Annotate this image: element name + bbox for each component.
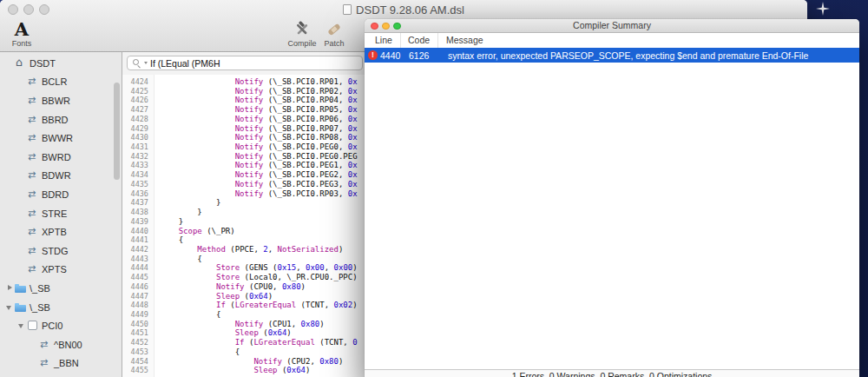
sidebar-item-bclr[interactable]: BCLR bbox=[0, 73, 122, 92]
sidebar-item-dsdt[interactable]: DSDT bbox=[0, 54, 122, 73]
code-text: Notify (\_SB.PCI0.PEG0.PEG bbox=[154, 152, 358, 162]
disclosure-spacer bbox=[17, 153, 26, 162]
disclosure-triangle[interactable] bbox=[5, 284, 14, 293]
sidebar-item-label: \_SB bbox=[30, 302, 50, 313]
line-number: 4434 bbox=[122, 170, 154, 180]
sidebar-scrollbar[interactable] bbox=[114, 83, 120, 180]
compiler-title-text: Compiler Summary bbox=[573, 20, 651, 30]
compiler-status-text: 1 Errors, 0 Warnings, 0 Remarks, 0 Optim… bbox=[512, 371, 713, 377]
method-icon bbox=[27, 170, 40, 181]
line-number: 4443 bbox=[122, 255, 154, 264]
patch-button[interactable]: Patch bbox=[318, 20, 351, 48]
error-list: !44406126syntax error, unexpected PARSEO… bbox=[365, 48, 859, 370]
line-number: 4424 bbox=[122, 77, 154, 87]
disclosure-spacer bbox=[17, 171, 26, 180]
disclosure-triangle[interactable] bbox=[17, 321, 26, 330]
window-title-text: DSDT 9.28.06 AM.dsl bbox=[356, 3, 464, 17]
compile-button-label: Compile bbox=[283, 39, 321, 48]
sidebar-item-label: XPTS bbox=[42, 264, 67, 274]
code-text: { bbox=[154, 235, 183, 245]
sidebar-item-label: BWWR bbox=[42, 133, 73, 143]
sidebar-item-xpts[interactable]: XPTS bbox=[0, 261, 122, 280]
sidebar-item-label: BBRD bbox=[42, 115, 69, 125]
compiler-titlebar[interactable]: Compiler Summary bbox=[365, 19, 859, 33]
sidebar-item-label: BDWR bbox=[42, 170, 71, 181]
compile-button[interactable]: Compile bbox=[283, 20, 321, 48]
line-number: 4447 bbox=[122, 292, 154, 301]
sidebar-item-bbwr[interactable]: BBWR bbox=[0, 91, 122, 110]
error-row[interactable]: !44406126syntax error, unexpected PARSEO… bbox=[365, 48, 859, 63]
sidebar-item-label: STRE bbox=[42, 208, 67, 219]
disclosure-triangle[interactable] bbox=[5, 303, 14, 312]
code-text: If (LGreaterEqual (TCNT, 0 bbox=[154, 338, 358, 347]
sidebar-item-bwwr[interactable]: BWWR bbox=[0, 129, 122, 148]
code-text: Store (Local0, \_PR.CPU0._PPC) bbox=[154, 273, 358, 282]
code-text: Notify (\_SB.PCI0.RP05, 0x bbox=[154, 105, 358, 115]
line-number: 4450 bbox=[122, 320, 154, 329]
compiler-zoom-button[interactable] bbox=[393, 23, 401, 30]
document-icon bbox=[343, 4, 352, 15]
error-message: syntax error, unexpected PARSEOP_SCOPE, … bbox=[441, 50, 859, 61]
sidebar-item-xptb[interactable]: XPTB bbox=[0, 222, 122, 241]
line-number: 4439 bbox=[122, 217, 154, 227]
method-icon bbox=[27, 152, 40, 162]
fonts-icon: A bbox=[3, 20, 40, 39]
sidebar-item-bbrd[interactable]: BBRD bbox=[0, 110, 122, 129]
sidebar-item-bdrd[interactable]: BDRD bbox=[0, 185, 122, 204]
sidebar-item-sb[interactable]: \_SB bbox=[0, 279, 122, 298]
sidebar-item-sb[interactable]: \_SB bbox=[0, 298, 122, 317]
fonts-button[interactable]: A Fonts bbox=[3, 20, 40, 48]
code-text: Scope (\_PR) bbox=[154, 227, 235, 236]
compiler-status: 1 Errors, 0 Warnings, 0 Remarks, 0 Optim… bbox=[365, 369, 859, 377]
sparkle-icon bbox=[816, 2, 830, 16]
code-text: Notify (\_SB.PCI0.RP02, 0x bbox=[154, 87, 358, 96]
house-icon bbox=[15, 58, 28, 69]
sidebar-item-bdwr[interactable]: BDWR bbox=[0, 167, 122, 186]
code-text: Notify (\_SB.PCI0.RP08, 0x bbox=[154, 133, 358, 142]
disclosure-spacer bbox=[17, 134, 26, 142]
line-number: 4446 bbox=[122, 282, 154, 292]
line-number: 4433 bbox=[122, 161, 154, 170]
method-icon bbox=[27, 246, 40, 256]
sidebar-item-label: BCLR bbox=[42, 76, 67, 87]
disclosure-spacer bbox=[5, 59, 14, 68]
code-text: Notify (\_SB.PCI0.PEG2, 0x bbox=[154, 170, 358, 180]
line-number: 4442 bbox=[122, 245, 154, 255]
search-input[interactable] bbox=[127, 56, 363, 70]
sidebar-item-stdg[interactable]: STDG bbox=[0, 241, 122, 261]
compiler-minimize-button[interactable] bbox=[382, 23, 390, 30]
minimize-button[interactable] bbox=[23, 4, 34, 15]
sidebar-item-pci0[interactable]: PCI0 bbox=[0, 316, 122, 335]
sidebar-item-bn00[interactable]: ^BN00 bbox=[0, 335, 122, 354]
code-text: Notify (CPU0, 0x80) bbox=[154, 282, 306, 292]
sidebar-item-label: STDG bbox=[42, 246, 69, 256]
zoom-button[interactable] bbox=[39, 4, 49, 15]
disclosure-spacer bbox=[17, 209, 26, 218]
sidebar-item[interactable] bbox=[0, 373, 122, 377]
code-text: Notify (\_SB.PCI0.RP01, 0x bbox=[154, 77, 358, 87]
disclosure-spacer bbox=[17, 228, 26, 236]
disclosure-spacer bbox=[17, 265, 26, 274]
sidebar-item-label: ^BN00 bbox=[54, 340, 82, 350]
compiler-close-button[interactable] bbox=[371, 23, 378, 30]
sidebar-item-bbn[interactable]: _BBN bbox=[0, 354, 122, 374]
code-text: Notify (CPU1, 0x80) bbox=[154, 320, 325, 329]
error-line-number: 4440 bbox=[380, 50, 406, 61]
sidebar-item-stre[interactable]: STRE bbox=[0, 204, 122, 223]
line-number: 4426 bbox=[122, 96, 154, 105]
code-text: { bbox=[154, 310, 220, 320]
sidebar-item-bwrd[interactable]: BWRD bbox=[0, 148, 122, 167]
sidebar-item-label: _BBN bbox=[54, 358, 79, 368]
sidebar-item-label: BBWR bbox=[42, 96, 70, 106]
device-icon bbox=[27, 321, 40, 331]
close-button[interactable] bbox=[8, 4, 18, 15]
sidebar-item-label: \_SB bbox=[30, 283, 50, 294]
titlebar[interactable]: DSDT 9.28.06 AM.dsl bbox=[0, 0, 807, 19]
sidebar-list: DSDTBCLRBBWRBBRDBWWRBWRDBDWRBDRDSTREXPTB… bbox=[0, 52, 122, 377]
line-number: 4430 bbox=[122, 133, 154, 142]
code-text: Sleep (0x64) bbox=[154, 292, 273, 301]
error-icon: ! bbox=[368, 50, 378, 60]
method-icon bbox=[39, 340, 52, 350]
line-number: 4427 bbox=[122, 105, 154, 115]
code-text: } bbox=[154, 198, 220, 208]
